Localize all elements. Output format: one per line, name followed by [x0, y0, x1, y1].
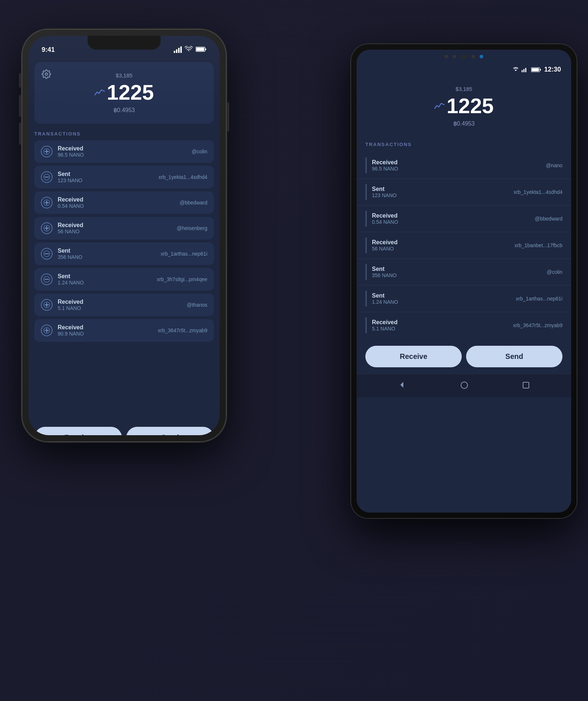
- tx-bar: [365, 264, 367, 280]
- tx-info: Sent 356 NANO: [58, 248, 155, 260]
- tx-info: Received 56 NANO: [372, 239, 509, 252]
- battery-icon: [531, 67, 541, 72]
- android-balance-card: $3,185 1225 ฿0.4953: [357, 78, 571, 136]
- android-device: 12:30 $3,185 1225 ฿0.4953 TR: [351, 44, 577, 518]
- receive-icon: [41, 197, 53, 208]
- table-row[interactable]: Received 90.9 NANO xrb_3647r5t...zmyab9: [34, 319, 214, 342]
- tx-info: Received 0.54 NANO: [372, 212, 530, 225]
- wifi-icon: [513, 67, 519, 73]
- iphone-status-icons: [174, 46, 207, 53]
- table-row[interactable]: Sent 1.24 NANO xrb_3h7s8gi...pm4qee: [34, 268, 214, 291]
- tx-bar: [365, 291, 367, 307]
- tx-info: Received 96.5 NANO: [58, 145, 187, 158]
- settings-icon[interactable]: [42, 69, 51, 81]
- tx-info: Received 96.5 NANO: [372, 159, 541, 172]
- iphone-frame: 9:41: [22, 29, 226, 442]
- iphone-balance-card: $3,185 1225 ฿0.4953: [34, 62, 214, 124]
- tx-info: Received 5.1 NANO: [58, 299, 182, 311]
- android-camera-dot: [472, 55, 475, 58]
- receive-icon: [41, 146, 53, 157]
- table-row[interactable]: Received 0.54 NANO @bbedward: [34, 191, 214, 214]
- tx-bar: [365, 317, 367, 333]
- tx-bar: [365, 157, 367, 173]
- tx-info: Sent 123 NANO: [372, 186, 508, 198]
- recent-apps-icon[interactable]: [522, 381, 530, 391]
- iphone-time: 9:41: [42, 46, 55, 54]
- table-row[interactable]: Received 96.5 NANO @nano: [357, 152, 571, 179]
- iphone-app-content: $3,185 1225 ฿0.4953 TRANSACTIONS: [28, 58, 220, 435]
- tx-info: Received 5.1 NANO: [372, 319, 508, 332]
- table-row[interactable]: Received 5.1 NANO @thanos: [34, 294, 214, 316]
- iphone-tx-list: Received 96.5 NANO @colin Sent: [34, 140, 214, 342]
- iphone-balance-usd: $3,185: [43, 72, 205, 78]
- iphone-transactions-section: TRANSACTIONS Received 96.5 NANO: [28, 128, 220, 421]
- android-nav-bar: [357, 375, 571, 397]
- tx-bar: [365, 184, 367, 200]
- tx-bar: [365, 237, 367, 253]
- tx-info: Received 90.9 NANO: [58, 324, 153, 337]
- signal-bar-4: [180, 46, 182, 53]
- android-balance-usd: $3,185: [365, 86, 562, 92]
- receive-icon: [41, 325, 53, 336]
- iphone-bottom-buttons: Receive Send: [28, 421, 220, 435]
- battery-icon: [196, 46, 207, 53]
- tx-info: Sent 356 NANO: [372, 266, 542, 278]
- iphone-transactions-label: TRANSACTIONS: [34, 131, 214, 137]
- android-speaker: [461, 55, 467, 58]
- android-transactions-section: TRANSACTIONS: [357, 136, 571, 152]
- trend-icon: [434, 100, 445, 111]
- iphone-balance-btc: ฿0.4953: [43, 107, 205, 114]
- android-balance-btc: ฿0.4953: [365, 120, 562, 127]
- table-row[interactable]: Received 56 NANO @heisenberg: [34, 217, 214, 240]
- send-icon: [41, 273, 53, 285]
- table-row[interactable]: Sent 1.24 NANO xrb_1arthas...nep61i: [357, 286, 571, 312]
- table-row[interactable]: Sent 123 NANO xrb_1yekta1...4sdhd4: [34, 166, 214, 188]
- home-icon[interactable]: [460, 381, 469, 391]
- receive-button[interactable]: Receive: [34, 427, 122, 435]
- tx-info: Received 0.54 NANO: [58, 196, 174, 209]
- svg-rect-26: [522, 70, 523, 72]
- svg-point-33: [461, 382, 468, 388]
- android-receive-button[interactable]: Receive: [365, 346, 462, 367]
- svg-marker-32: [400, 382, 403, 388]
- table-row[interactable]: Received 5.1 NANO xrb_3647r5t...zmyab9: [357, 312, 571, 338]
- svg-marker-25: [515, 70, 517, 71]
- trend-icon: [94, 87, 105, 98]
- iphone-screen: 9:41: [28, 36, 220, 435]
- svg-rect-2: [205, 49, 206, 50]
- android-status-icons: 12:30: [513, 66, 561, 73]
- table-row[interactable]: Sent 123 NANO xrb_1yekta1...4sdhd4: [357, 179, 571, 206]
- table-row[interactable]: Received 96.5 NANO @colin: [34, 140, 214, 163]
- signal-bars-icon: [174, 46, 182, 53]
- iphone-nano-amount: 1225: [107, 80, 154, 104]
- android-camera-area: [357, 50, 571, 61]
- android-status-bar: 12:30: [357, 61, 571, 78]
- tx-info: Received 56 NANO: [58, 222, 172, 234]
- android-send-button[interactable]: Send: [466, 346, 562, 367]
- table-row[interactable]: Received 0.54 NANO @bbedward: [357, 206, 571, 232]
- iphone-power-button: [227, 102, 229, 131]
- svg-rect-31: [540, 69, 541, 70]
- back-icon[interactable]: [398, 380, 407, 391]
- scene: 9:41: [0, 0, 588, 701]
- iphone-volume-up-button: [19, 95, 21, 117]
- signal-bar-2: [176, 49, 177, 53]
- svg-point-3: [45, 73, 48, 76]
- signal-bar-1: [174, 51, 175, 53]
- android-transactions-label: TRANSACTIONS: [365, 142, 562, 147]
- svg-rect-28: [525, 68, 526, 72]
- iphone-mute-button: [19, 73, 21, 88]
- tx-info: Sent 1.24 NANO: [58, 273, 151, 286]
- table-row[interactable]: Sent 356 NANO @colin: [357, 259, 571, 286]
- table-row[interactable]: Received 56 NANO xrb_1banbet...17fbcb: [357, 232, 571, 259]
- android-screen: 12:30 $3,185 1225 ฿0.4953 TR: [357, 50, 571, 513]
- signal-icon: [522, 67, 528, 72]
- send-icon: [41, 248, 53, 260]
- android-sensor-dot: [480, 55, 483, 58]
- svg-rect-1: [196, 47, 204, 51]
- receive-icon: [41, 299, 53, 311]
- svg-rect-34: [523, 382, 529, 388]
- send-button[interactable]: Send: [126, 427, 214, 435]
- table-row[interactable]: Sent 356 NANO xrb_1arthas...nep61i: [34, 242, 214, 265]
- iphone-notch: [88, 36, 161, 50]
